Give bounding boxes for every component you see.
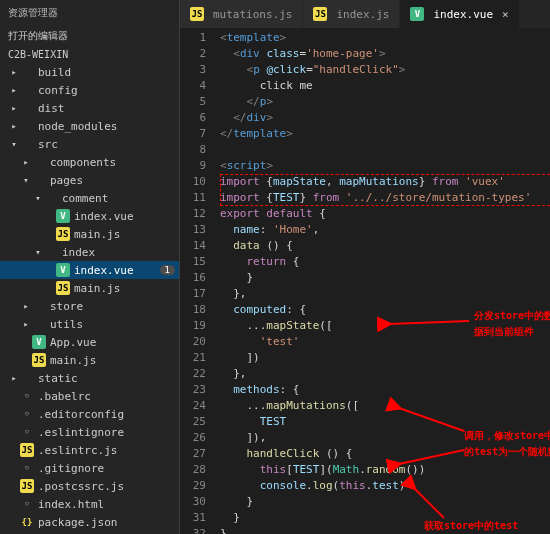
tree-item-src[interactable]: ▾src (0, 135, 179, 153)
tree-item-label: static (38, 372, 179, 385)
txt-icon: ◦ (20, 425, 34, 439)
code-line[interactable]: } (220, 494, 550, 510)
line-number: 12 (180, 206, 206, 222)
tree-item-store[interactable]: ▸store (0, 297, 179, 315)
tree-item-label: main.js (50, 354, 179, 367)
tree-item-label: .postcssrc.js (38, 480, 179, 493)
tree-item--postcssrc-js[interactable]: JS.postcssrc.js (0, 477, 179, 495)
line-number: 15 (180, 254, 206, 270)
line-number: 31 (180, 510, 206, 526)
close-icon[interactable]: × (502, 8, 509, 21)
tab-index-js[interactable]: JSindex.js (303, 0, 400, 28)
tree-item-static[interactable]: ▸static (0, 369, 179, 387)
twisty-icon: ▸ (20, 301, 32, 311)
code-line[interactable] (220, 142, 550, 158)
code-line[interactable]: data () { (220, 238, 550, 254)
tree-item-package-json[interactable]: {}package.json (0, 513, 179, 531)
twisty-icon: ▸ (8, 373, 20, 383)
code-editor[interactable]: 1234567891011121314151617181920212223242… (180, 28, 550, 534)
tree-item-main-js[interactable]: JSmain.js (0, 225, 179, 243)
line-number: 8 (180, 142, 206, 158)
tree-item-label: .babelrc (38, 390, 179, 403)
code-line[interactable]: import {TEST} from '../../store/mutation… (220, 190, 550, 206)
tree-item-main-js[interactable]: JSmain.js (0, 279, 179, 297)
tree-item-label: main.js (74, 228, 179, 241)
tree-item-config[interactable]: ▸config (0, 81, 179, 99)
tab-label: index.js (336, 8, 389, 21)
code-line[interactable]: console.log(this.test) (220, 478, 550, 494)
tab-mutations-js[interactable]: JSmutations.js (180, 0, 303, 28)
tree-item--editorconfig[interactable]: ◦.editorconfig (0, 405, 179, 423)
tree-item-index[interactable]: ▾index (0, 243, 179, 261)
code-line[interactable]: </template> (220, 126, 550, 142)
line-number: 23 (180, 382, 206, 398)
code-line[interactable]: computed: { (220, 302, 550, 318)
line-number: 6 (180, 110, 206, 126)
tree-item-utils[interactable]: ▸utils (0, 315, 179, 333)
line-number: 18 (180, 302, 206, 318)
project-name[interactable]: C2B-WEIXIN (0, 46, 179, 63)
code-line[interactable]: <script> (220, 158, 550, 174)
code-content[interactable]: 分发store中的数 据到当前组件 调用，修改store中 的test为一个随机… (214, 28, 550, 534)
code-line[interactable]: <p @click="handleClick"> (220, 62, 550, 78)
line-number: 32 (180, 526, 206, 534)
code-line[interactable]: ...mapState([ (220, 318, 550, 334)
code-line[interactable]: ]), (220, 430, 550, 446)
code-line[interactable]: 'test' (220, 334, 550, 350)
code-line[interactable]: } (220, 526, 550, 534)
code-line[interactable]: TEST (220, 414, 550, 430)
tree-item-components[interactable]: ▸components (0, 153, 179, 171)
line-number: 16 (180, 270, 206, 286)
line-number: 14 (180, 238, 206, 254)
tree-item-label: .eslintignore (38, 426, 179, 439)
folder-icon (20, 65, 34, 79)
code-line[interactable]: } (220, 270, 550, 286)
tree-item-dist[interactable]: ▸dist (0, 99, 179, 117)
code-line[interactable]: export default { (220, 206, 550, 222)
tree-item-App-vue[interactable]: VApp.vue (0, 333, 179, 351)
code-line[interactable]: ...mapMutations([ (220, 398, 550, 414)
code-line[interactable]: }, (220, 286, 550, 302)
code-line[interactable]: }, (220, 366, 550, 382)
tree-item-label: .gitignore (38, 462, 179, 475)
tree-item--eslintignore[interactable]: ◦.eslintignore (0, 423, 179, 441)
tree-item--babelrc[interactable]: ◦.babelrc (0, 387, 179, 405)
tree-item--eslintrc-js[interactable]: JS.eslintrc.js (0, 441, 179, 459)
tree-item-label: App.vue (50, 336, 179, 349)
js-icon: JS (20, 479, 34, 493)
code-line[interactable]: methods: { (220, 382, 550, 398)
tree-item-pages[interactable]: ▾pages (0, 171, 179, 189)
editor-area: JSmutations.jsJSindex.jsVindex.vue× 1234… (180, 0, 550, 534)
line-number: 17 (180, 286, 206, 302)
tree-item-index-vue[interactable]: Vindex.vue (0, 207, 179, 225)
code-line[interactable]: this[TEST](Math.random()) (220, 462, 550, 478)
file-tree: ▸build▸config▸dist▸node_modules▾src▸comp… (0, 63, 179, 534)
twisty-icon: ▸ (8, 67, 20, 77)
folder-icon (20, 83, 34, 97)
code-line[interactable]: name: 'Home', (220, 222, 550, 238)
code-line[interactable]: ]) (220, 350, 550, 366)
folder-icon (32, 173, 46, 187)
modified-badge: 1 (160, 265, 175, 275)
code-line[interactable]: } (220, 510, 550, 526)
code-line[interactable]: </p> (220, 94, 550, 110)
code-line[interactable]: </div> (220, 110, 550, 126)
code-line[interactable]: <template> (220, 30, 550, 46)
tree-item-node_modules[interactable]: ▸node_modules (0, 117, 179, 135)
tree-item-index-html[interactable]: ◦index.html (0, 495, 179, 513)
tree-item-label: main.js (74, 282, 179, 295)
tree-item-comment[interactable]: ▾comment (0, 189, 179, 207)
tree-item-index-vue[interactable]: Vindex.vue1 (0, 261, 179, 279)
tree-item-build[interactable]: ▸build (0, 63, 179, 81)
code-line[interactable]: return { (220, 254, 550, 270)
tree-item-main-js[interactable]: JSmain.js (0, 351, 179, 369)
line-number: 25 (180, 414, 206, 430)
code-line[interactable]: <div class='home-page'> (220, 46, 550, 62)
code-line[interactable]: import {mapState, mapMutations} from 'vu… (220, 174, 550, 190)
tree-item--gitignore[interactable]: ◦.gitignore (0, 459, 179, 477)
js-icon: JS (56, 227, 70, 241)
tab-index-vue[interactable]: Vindex.vue× (400, 0, 519, 28)
code-line[interactable]: handleClick () { (220, 446, 550, 462)
open-editors-section[interactable]: 打开的编辑器 (0, 26, 179, 46)
code-line[interactable]: click me (220, 78, 550, 94)
